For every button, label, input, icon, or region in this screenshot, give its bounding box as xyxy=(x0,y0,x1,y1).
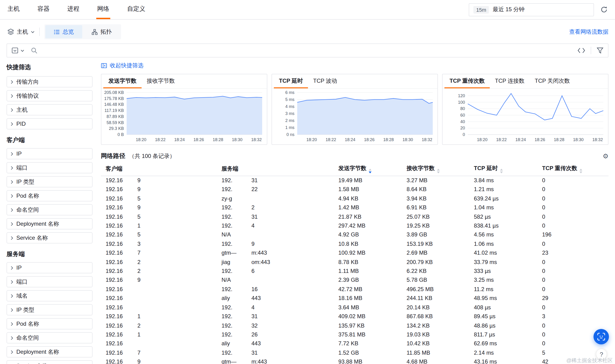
table-column-header[interactable]: 发送字节数 xyxy=(334,162,402,176)
filter-item[interactable]: IP xyxy=(7,262,92,273)
table-row[interactable]: 192.162192.61.11 MB6.22 KB333 µs0 xyxy=(101,267,608,276)
view-netflow-link[interactable]: 查看网络流数据 xyxy=(569,28,608,36)
main-tabs: 主机容器进程网络自定义 xyxy=(7,0,146,19)
client-ip: 192.16 xyxy=(106,321,137,330)
table-row[interactable]: 192.165N/A4.92 GB3.89 GB4.56 ms196 xyxy=(101,231,608,240)
filter-item[interactable]: 域名 xyxy=(7,290,92,301)
table-settings-gear-icon[interactable]: ⚙ xyxy=(603,153,608,159)
filter-item[interactable]: Deployment 名称 xyxy=(7,218,92,229)
chart-tab[interactable]: TCP 关闭次数 xyxy=(530,74,575,88)
tcp-retrans-cell: 0 xyxy=(537,203,608,212)
table-row[interactable]: 192.16192.1642.72 MB496.25 MB11.2 ms0 xyxy=(101,285,608,294)
chart-tab[interactable]: TCP 连接数 xyxy=(490,74,529,88)
filter-item[interactable]: Deployment 名称 xyxy=(7,346,92,357)
table-row[interactable]: 192.16aliy4437.72 KB10.42 KB62.69 ms0 xyxy=(101,339,608,349)
filter-item-label: 命名空间 xyxy=(16,334,39,342)
chart-tab[interactable]: 发送字节数 xyxy=(103,74,142,88)
filter-item[interactable]: 命名空间 xyxy=(7,204,92,215)
table-row[interactable]: 192.162jiagom:4438.78 KB200.79 KB33.79 m… xyxy=(101,258,608,267)
server-host: 192. xyxy=(222,312,251,321)
table-row[interactable]: 192.169gtm—m:44393.88 MB4.68 MB43.16 ms4… xyxy=(101,357,608,364)
filter-item[interactable]: 端口 xyxy=(7,276,92,287)
client-ip: 192.16 xyxy=(106,258,137,267)
table-row[interactable]: 192.161192.31409.02 MB867.68 KB89.45 µs3 xyxy=(101,312,608,321)
main-panel: 收起快捷筛选 发送字节数接收字节数205.08 KB175.78 KB146.4… xyxy=(101,57,608,364)
table-column-header: 服务端 xyxy=(217,162,334,176)
table-row[interactable]: 192.16aliy44318.16 MB244.11 KB48.95 ms29 xyxy=(101,294,608,303)
main-tab-containers[interactable]: 容器 xyxy=(37,0,51,19)
filter-item[interactable]: 端口 xyxy=(7,162,92,173)
svg-text:18:26: 18:26 xyxy=(535,137,545,142)
recv-bytes-cell: 6.91 KB xyxy=(402,203,469,212)
filter-item[interactable]: Pod 名称 xyxy=(7,318,92,329)
client-ip: 192.16 xyxy=(106,339,137,349)
time-range-picker[interactable]: 15m 最近 15 分钟 xyxy=(469,3,594,16)
filter-item[interactable]: 传输协议 xyxy=(7,90,92,101)
view-tab-topology[interactable]: 拓扑 xyxy=(83,25,120,38)
table-row[interactable]: 192.169192.3119.49 MB3.27 MB3.84 ms0 xyxy=(101,176,608,185)
table-row[interactable]: 192.162192.32135.97 KB134.2 KB48.86 µs0 xyxy=(101,321,608,330)
table-row[interactable]: 192.167gtm—m:443100.92 MB2.69 MB41.02 ms… xyxy=(101,249,608,258)
svg-text:29.3 KB: 29.3 KB xyxy=(109,126,124,131)
table-row[interactable]: 192.161192.26375.81 MB19.03 KB811.7 µs0 xyxy=(101,330,608,339)
table-column-header[interactable]: TCP 延时 xyxy=(469,162,537,176)
sort-asc-icon xyxy=(369,169,371,170)
filter-item[interactable]: IP 类型 xyxy=(7,304,92,315)
chart-tab[interactable]: 接收字节数 xyxy=(142,74,180,88)
tcp-latency-cell: 408 µs xyxy=(469,303,537,312)
query-code-button[interactable] xyxy=(578,48,585,53)
filter-item[interactable]: IP xyxy=(7,148,92,159)
chart-tab[interactable]: TCP 延时 xyxy=(274,74,308,88)
table-column-header[interactable]: 接收字节数 xyxy=(402,162,469,176)
main-tab-hosts[interactable]: 主机 xyxy=(7,0,21,19)
collapse-filters-link[interactable]: 收起快捷筛选 xyxy=(101,62,608,70)
server-port: m:443 xyxy=(251,358,267,364)
view-tab-overview[interactable]: 总览 xyxy=(45,25,82,38)
filter-button[interactable] xyxy=(597,47,603,54)
saved-query-dropdown[interactable] xyxy=(12,47,28,54)
svg-text:18:20: 18:20 xyxy=(477,137,487,142)
send-bytes-cell: 21.87 KB xyxy=(334,212,402,221)
server-host: gtm— xyxy=(222,249,251,258)
chart-tab[interactable]: TCP 波动 xyxy=(308,74,342,88)
assistant-button[interactable] xyxy=(593,329,609,344)
table-row[interactable]: 192.163192.910.8 KB153.19 KB1.06 ms0 xyxy=(101,240,608,249)
tcp-retrans-chart: 12010080604020018:2018:2218:2418:2618:28… xyxy=(443,89,608,144)
table-row[interactable]: 192.167192.311.52 GB11.85 MB2.14 ms5 xyxy=(101,348,608,357)
filter-item[interactable]: Service 名称 xyxy=(7,360,92,364)
table-column-header[interactable]: TCP 重传次数 xyxy=(537,162,608,176)
filter-item[interactable]: 主机 xyxy=(7,104,92,116)
svg-text:6 ms: 6 ms xyxy=(285,90,294,95)
main-tab-network[interactable]: 网络 xyxy=(96,0,110,19)
svg-text:58.59 KB: 58.59 KB xyxy=(106,120,124,125)
table-row[interactable]: 192.169192.21.42 MB6.91 KB1.04 ms0 xyxy=(101,203,608,212)
watermark: @稀土掘金技术社区 xyxy=(566,357,613,364)
filter-item[interactable]: 命名空间 xyxy=(7,332,92,343)
filter-item[interactable]: Service 名称 xyxy=(7,232,92,244)
server-port: 16 xyxy=(251,286,258,293)
tcp-retrans-cell: 0 xyxy=(537,176,608,185)
filter-group-title: 客户端 xyxy=(7,136,92,144)
tcp-latency-cell: 43.16 ms xyxy=(469,357,537,364)
refresh-button[interactable] xyxy=(600,5,608,14)
chart-tab[interactable]: TCP 重传次数 xyxy=(445,74,490,88)
server-host: jiag xyxy=(222,258,251,267)
filter-item[interactable]: IP 类型 xyxy=(7,176,92,187)
send-bytes-cell: 7.72 KB xyxy=(334,339,402,349)
chevron-right-icon xyxy=(11,336,13,340)
sort-desc-icon xyxy=(437,171,440,173)
table-row[interactable]: 192.165zy-g4.94 KB3.94 KB639.24 µs0 xyxy=(101,194,608,204)
main-tab-processes[interactable]: 进程 xyxy=(66,0,80,19)
table-row[interactable]: 192.169192.221.58 MB8.64 KB1.21 ms0 xyxy=(101,185,608,194)
table-row[interactable]: 192.16192.43.64 MB20.14 KB408 µs0 xyxy=(101,303,608,312)
scope-select[interactable]: 主机 xyxy=(7,28,38,36)
search-input[interactable] xyxy=(41,47,578,54)
filter-item[interactable]: Pod 名称 xyxy=(7,190,92,201)
filter-item[interactable]: 传输方向 xyxy=(7,76,92,87)
client-port: 3 xyxy=(137,241,140,247)
main-tab-custom[interactable]: 自定义 xyxy=(126,0,146,19)
table-row[interactable]: 192.169N/A2.39 GB5.78 GB3.25 ms0 xyxy=(101,276,608,285)
filter-item[interactable]: PID xyxy=(7,118,92,130)
table-row[interactable]: 192.161192.4297.42 MB19.25 KB838.41 µs0 xyxy=(101,221,608,231)
table-row[interactable]: 192.165192.3121.87 KB25.07 KB582 µs0 xyxy=(101,212,608,221)
